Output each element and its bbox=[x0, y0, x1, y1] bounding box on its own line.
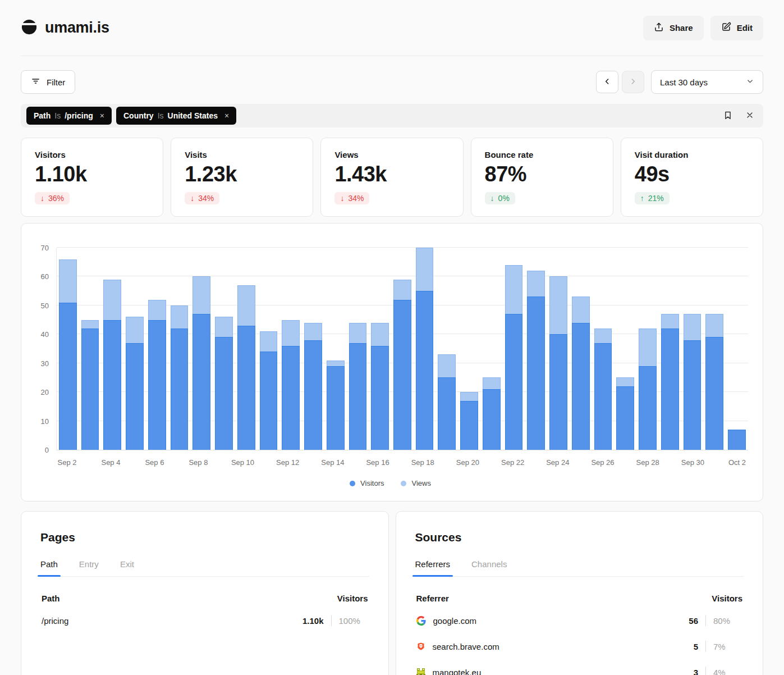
chart-bar-sep-12[interactable] bbox=[279, 248, 302, 450]
sources-row-percent: 7% bbox=[713, 642, 742, 651]
pages-panel: Pages PathEntryExit Path Visitors /prici… bbox=[21, 511, 389, 675]
x-axis-label bbox=[569, 458, 591, 467]
chart-bar-sep-3[interactable] bbox=[79, 248, 102, 450]
y-axis-label: 30 bbox=[41, 360, 49, 367]
brand: umami.is bbox=[21, 19, 109, 38]
sources-row-stats: 5680% bbox=[675, 615, 742, 626]
header: umami.is Share Edit bbox=[21, 0, 763, 56]
tab-sources-referrers[interactable]: Referrers bbox=[415, 559, 451, 576]
tab-pages-path[interactable]: Path bbox=[40, 559, 58, 576]
visitors-bar bbox=[81, 329, 99, 450]
tab-pages-entry[interactable]: Entry bbox=[79, 559, 99, 576]
umami-dashboard: umami.is Share Edit Filter bbox=[0, 0, 784, 675]
chart-panel: 010203040506070 Sep 2Sep 4Sep 6Sep 8Sep … bbox=[21, 223, 763, 501]
legend-item-visitors[interactable]: Visitors bbox=[350, 479, 384, 487]
visitors-bar bbox=[260, 352, 278, 450]
metric-label: Views bbox=[334, 150, 449, 159]
visitors-bar bbox=[572, 323, 590, 450]
chart-bar-sep-17[interactable] bbox=[391, 248, 414, 450]
visitors-bar bbox=[661, 329, 679, 450]
x-axis-label bbox=[344, 458, 366, 467]
chart-bar-sep-10[interactable] bbox=[235, 248, 258, 450]
y-axis-label: 20 bbox=[41, 389, 49, 396]
date-range-select[interactable]: Last 30 days bbox=[651, 70, 763, 94]
chart-bar-sep-30[interactable] bbox=[681, 248, 704, 450]
y-axis-label: 0 bbox=[45, 446, 49, 454]
chart-bar-sep-14[interactable] bbox=[324, 248, 347, 450]
legend-dot-icon bbox=[350, 481, 355, 486]
remove-filter-icon[interactable]: × bbox=[224, 111, 229, 120]
edit-button[interactable]: Edit bbox=[710, 16, 763, 40]
metric-change-badge: ↓34% bbox=[185, 192, 219, 204]
chart-bar-oct-2[interactable] bbox=[726, 248, 748, 450]
filter-bar-actions bbox=[723, 110, 754, 122]
chart-bar-sep-2[interactable] bbox=[57, 248, 79, 450]
chart-bar-sep-26[interactable] bbox=[592, 248, 615, 450]
visitors-bar bbox=[483, 389, 501, 450]
chart-bar-sep-19[interactable] bbox=[435, 248, 458, 450]
x-axis-label bbox=[166, 458, 187, 467]
chart-bar-oct-1[interactable] bbox=[703, 248, 726, 450]
chart-bar-sep-24[interactable] bbox=[547, 248, 570, 450]
chart-bar-sep-29[interactable] bbox=[659, 248, 681, 450]
chart-bar-sep-28[interactable] bbox=[636, 248, 659, 450]
sources-row-name: mangotek.eu bbox=[433, 668, 482, 675]
chart-bar-sep-13[interactable] bbox=[302, 248, 324, 450]
x-axis-label: Sep 12 bbox=[276, 458, 299, 467]
sources-table-row[interactable]: google.com5680% bbox=[415, 608, 744, 633]
pages-table-row[interactable]: /pricing1.10k100% bbox=[40, 608, 369, 633]
filter-chip-country[interactable]: CountryIsUnited States× bbox=[116, 107, 236, 125]
chart-bar-sep-20[interactable] bbox=[458, 248, 480, 450]
visitors-bar bbox=[237, 326, 255, 450]
y-axis-label: 40 bbox=[41, 331, 49, 338]
chart-bar-sep-22[interactable] bbox=[503, 248, 525, 450]
filter-chip-path[interactable]: PathIs/pricing× bbox=[26, 107, 112, 125]
chart-bar-sep-6[interactable] bbox=[146, 248, 168, 450]
visitors-bar bbox=[527, 297, 545, 450]
sources-row-name: search.brave.com bbox=[433, 642, 499, 651]
tab-pages-exit[interactable]: Exit bbox=[120, 559, 134, 576]
visitors-bar bbox=[416, 291, 434, 450]
pages-tabs: PathEntryExit bbox=[40, 559, 369, 577]
chart-bar-sep-5[interactable] bbox=[123, 248, 146, 450]
sources-row-visitors: 56 bbox=[675, 616, 698, 626]
chart-bar-sep-21[interactable] bbox=[480, 248, 503, 450]
tab-sources-channels[interactable]: Channels bbox=[471, 559, 507, 576]
metric-value: 49s bbox=[635, 162, 749, 186]
visitors-bar bbox=[304, 340, 322, 450]
visitors-bar bbox=[327, 366, 345, 450]
y-axis-label: 70 bbox=[41, 244, 49, 252]
chart-bar-sep-23[interactable] bbox=[525, 248, 547, 450]
chart-bar-sep-15[interactable] bbox=[347, 248, 369, 450]
metric-change-value: 34% bbox=[348, 194, 364, 203]
chart-bar-sep-25[interactable] bbox=[570, 248, 592, 450]
clear-filters-button[interactable] bbox=[745, 111, 754, 121]
visitors-bar bbox=[215, 337, 233, 450]
share-button[interactable]: Share bbox=[643, 16, 704, 40]
save-filter-bookmark-button[interactable] bbox=[723, 110, 733, 122]
sources-table-row[interactable]: search.brave.com57% bbox=[415, 633, 744, 659]
chart-bar-sep-8[interactable] bbox=[190, 248, 213, 450]
sources-row-label: search.brave.com bbox=[416, 642, 499, 651]
chart-bar-sep-16[interactable] bbox=[369, 248, 391, 450]
chart-bar-sep-27[interactable] bbox=[614, 248, 636, 450]
x-axis-label bbox=[434, 458, 456, 467]
chart-bar-sep-18[interactable] bbox=[414, 248, 436, 450]
sources-table-rows: google.com5680%search.brave.com57%mangot… bbox=[415, 608, 744, 675]
chart-bar-sep-7[interactable] bbox=[168, 248, 191, 450]
divider bbox=[705, 641, 706, 652]
period-nav bbox=[596, 71, 644, 93]
legend-item-views[interactable]: Views bbox=[401, 479, 430, 487]
previous-period-button[interactable] bbox=[596, 71, 618, 93]
next-period-button[interactable] bbox=[622, 71, 644, 93]
sources-row-name: google.com bbox=[433, 616, 477, 626]
filter-chips: PathIs/pricing×CountryIsUnited States× bbox=[26, 107, 236, 125]
filter-button[interactable]: Filter bbox=[21, 70, 75, 94]
chart-bar-sep-11[interactable] bbox=[258, 248, 280, 450]
metric-label: Visit duration bbox=[635, 150, 749, 159]
visitors-bar bbox=[728, 430, 746, 450]
remove-filter-icon[interactable]: × bbox=[100, 111, 104, 120]
sources-table-row[interactable]: mangotek.eu34% bbox=[415, 659, 744, 675]
chart-bar-sep-4[interactable] bbox=[101, 248, 123, 450]
chart-bar-sep-9[interactable] bbox=[213, 248, 235, 450]
